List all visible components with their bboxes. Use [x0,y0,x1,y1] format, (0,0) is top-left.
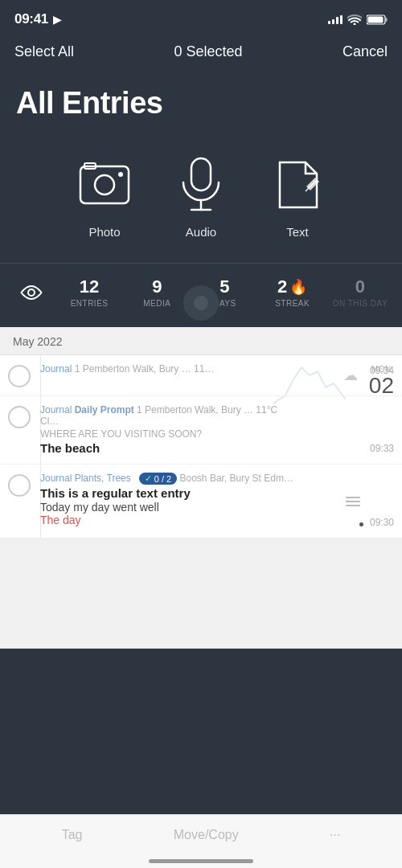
entry-time-2: 09:33 [370,443,394,454]
list-item: Journal Plants, Trees ✓ 0 / 2 Boosh Bar,… [0,465,402,538]
stat-onthisday-label: ON THIS DAY [333,299,388,308]
signal-icon [328,15,343,24]
svg-point-12 [194,296,208,310]
text-label: Text [286,225,309,239]
stat-streak-label: STREAK [275,299,310,308]
audio-icon [169,153,233,217]
svg-point-4 [95,175,114,194]
photo-icon [72,153,137,217]
entry-time-3: 09:30 [370,517,394,528]
more-button[interactable]: ··· [322,825,348,845]
svg-point-11 [28,289,35,296]
stat-media-value: 9 [152,276,162,297]
progress-pill: ✓ 0 / 2 [139,473,177,485]
battery-icon [367,14,388,25]
scroll-indicator [183,285,219,321]
stat-entries: 12 ENTRIES [55,276,123,308]
entry-red-text: The day [40,514,297,526]
stat-entries-value: 12 [80,276,99,297]
stats-bar: 12 ENTRIES 9 MEDIA 5 DAYS 2 🔥 STREAK 0 O… [0,263,402,308]
home-indicator [149,859,253,863]
media-type-audio[interactable]: Audio [169,153,233,239]
top-bar: Select All 0 Selected Cancel [0,35,402,72]
month-header: May 2022 [0,327,402,355]
entry-title-3: This is a regular text entry [40,486,297,500]
select-all-button[interactable]: Select All [14,40,74,63]
status-icons [328,14,388,25]
tag-button[interactable]: Tag [54,825,91,845]
selected-count: 0 Selected [174,43,242,60]
entry-tags-1: Journal 1 Pemberton Walk, Bury … 11… [40,363,297,375]
flame-icon: 🔥 [289,278,307,296]
wifi-icon [347,14,362,25]
list-item: Journal Daily Prompt 1 Pemberton Walk, B… [0,396,402,465]
entry-time-1: 09:34 [370,365,394,376]
media-type-photo[interactable]: Photo [72,153,137,239]
media-icons-row: Photo Audio Text [0,129,402,255]
page-heading: All Entries [0,72,402,129]
stat-days-value: 5 [219,276,229,297]
dot-indicator [359,522,363,526]
select-checkbox-1[interactable] [8,365,31,387]
stat-entries-label: ENTRIES [71,299,109,308]
svg-rect-1 [368,16,384,23]
entry-content-3: Journal Plants, Trees ✓ 0 / 2 Boosh Bar,… [40,473,297,526]
status-bar: 09:41 ▶ [0,0,402,35]
svg-point-6 [118,172,123,177]
stat-onthisday-value: 0 [355,276,365,297]
move-copy-button[interactable]: Move/Copy [166,825,247,845]
cancel-button[interactable]: Cancel [343,40,388,63]
lines-icon [346,497,360,506]
time-display: 09:41 [14,11,48,27]
stat-media: 9 MEDIA [123,276,191,308]
status-time: 09:41 ▶ [14,11,61,27]
stat-streak-value: 2 [277,276,287,297]
svg-rect-2 [386,18,388,22]
select-checkbox-3[interactable] [8,474,31,497]
pill-text: 0 / 2 [154,474,171,484]
svg-rect-3 [80,166,129,203]
select-checkbox-2[interactable] [8,406,31,428]
list-item: Journal 1 Pemberton Walk, Bury … 11… 09:… [0,355,402,396]
photo-label: Photo [88,225,120,239]
entry-tags-3: Journal Plants, Trees ✓ 0 / 2 Boosh Bar,… [40,473,297,485]
entry-prompt-2: WHERE ARE YOU VISITING SOON? [40,428,297,440]
stat-onthisday: 0 ON THIS DAY [326,276,394,308]
svg-rect-7 [191,158,211,190]
eye-icon [8,285,55,301]
stat-streak: 2 🔥 STREAK [259,276,326,308]
media-type-text[interactable]: Text [265,153,330,239]
stat-media-label: MEDIA [143,299,170,308]
entry-group-mon02: MON 02 Journal 1 Pemberton Walk, Bury … … [0,355,402,538]
entry-content-1: Journal 1 Pemberton Walk, Bury … 11… [40,363,297,376]
cloud-icon: ☁ [343,366,358,384]
audio-label: Audio [186,225,216,239]
text-icon [265,153,330,217]
entry-subtitle-3: Today my day went well [40,501,297,514]
entry-tags-2: Journal Daily Prompt 1 Pemberton Walk, B… [40,404,297,427]
entries-section: May 2022 MON 02 Journal 1 Pemberton Walk… [0,327,402,649]
location-arrow-icon: ▶ [53,14,61,26]
page-title: All Entries [16,86,386,121]
entry-content-2: Journal Daily Prompt 1 Pemberton Walk, B… [40,404,297,456]
entry-title-2: The beach [40,441,297,455]
